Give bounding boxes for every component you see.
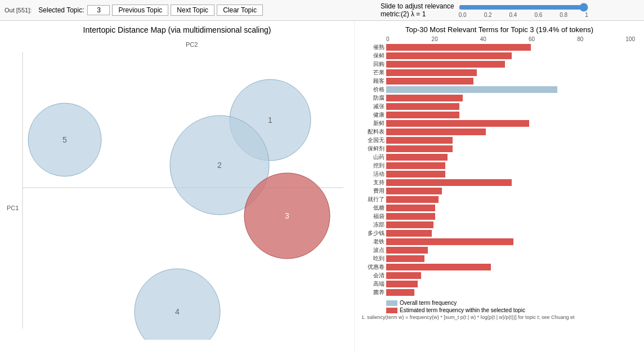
bar-term-label: 吃到 bbox=[357, 255, 386, 263]
bar-estimated bbox=[386, 61, 505, 68]
bar-estimated bbox=[386, 230, 432, 237]
bar-row: 老铁 bbox=[357, 238, 639, 246]
legend-overall-label: Overall term frequency bbox=[400, 300, 457, 306]
bar-term-label: 保鲜剂 bbox=[357, 145, 386, 153]
bar-row: 价格 bbox=[357, 86, 639, 94]
bar-term-label: 健康 bbox=[357, 111, 386, 119]
bar-container bbox=[386, 196, 639, 203]
next-topic-button[interactable]: Next Topic bbox=[171, 5, 214, 16]
selected-topic-input[interactable] bbox=[87, 5, 110, 15]
bar-term-label: 优惠卷 bbox=[357, 263, 386, 271]
bar-estimated bbox=[386, 213, 435, 220]
bar-chart: 催熟保鲜回购芒果顾客价格防腐减张健康新鲜配料表全国无保鲜剂山药挖到活动支持费用就… bbox=[357, 43, 639, 296]
bar-term-label: 波点 bbox=[357, 246, 386, 254]
relevance-slider[interactable] bbox=[459, 3, 588, 12]
bar-container bbox=[386, 238, 639, 245]
bar-term-label: 回购 bbox=[357, 60, 386, 68]
bar-container bbox=[386, 128, 639, 135]
bar-container bbox=[386, 86, 639, 93]
topic-4-circle[interactable] bbox=[135, 269, 220, 340]
bar-container bbox=[386, 112, 639, 118]
bar-estimated bbox=[386, 179, 512, 186]
slider-area: Slide to adjust relevance metric:(2) λ =… bbox=[381, 2, 639, 18]
bar-row: 健康 bbox=[357, 111, 639, 119]
bar-estimated bbox=[386, 247, 428, 254]
pc2-label: PC2 bbox=[186, 41, 198, 48]
bar-container bbox=[386, 95, 639, 101]
legend-estimated-label: Estimated term frequency within the sele… bbox=[400, 307, 525, 313]
bar-row: 催熟 bbox=[357, 43, 639, 51]
bar-estimated bbox=[386, 112, 459, 118]
bar-row: 山药 bbox=[357, 153, 639, 161]
topic-1-label: 1 bbox=[268, 116, 272, 125]
bar-estimated bbox=[386, 255, 424, 262]
bar-row: 防腐 bbox=[357, 94, 639, 102]
bar-container bbox=[386, 289, 639, 296]
bar-row: 吃到 bbox=[357, 255, 639, 263]
bar-estimated bbox=[386, 69, 477, 76]
marginal-label: Marginal topic distribution bbox=[42, 339, 106, 340]
bar-estimated bbox=[386, 103, 459, 110]
bar-row: 波点 bbox=[357, 246, 639, 254]
out-label: Out [551]: bbox=[5, 7, 32, 14]
topic-2-label: 2 bbox=[217, 161, 222, 170]
bar-container bbox=[386, 281, 639, 287]
bar-estimated bbox=[386, 145, 453, 152]
bar-term-label: 福袋 bbox=[357, 212, 386, 220]
legend-estimated-color bbox=[386, 308, 397, 313]
bar-term-label: 保鲜 bbox=[357, 52, 386, 60]
bar-estimated bbox=[386, 78, 473, 85]
selected-topic-label: Selected Topic: bbox=[38, 6, 84, 14]
bar-container bbox=[386, 230, 639, 237]
bar-term-label: 低糖 bbox=[357, 204, 386, 212]
bar-container bbox=[386, 272, 639, 279]
bar-container bbox=[386, 213, 639, 220]
bar-container bbox=[386, 264, 639, 270]
bar-estimated bbox=[386, 154, 448, 161]
bar-container bbox=[386, 69, 639, 76]
bar-term-label: 高端 bbox=[357, 280, 386, 288]
previous-topic-button[interactable]: Previous Topic bbox=[112, 5, 168, 16]
bar-term-label: 配料表 bbox=[357, 128, 386, 136]
bar-row: 新鲜 bbox=[357, 119, 639, 127]
bar-row: 减张 bbox=[357, 103, 639, 110]
bar-term-label: 催熟 bbox=[357, 43, 386, 51]
bar-estimated bbox=[386, 128, 486, 135]
topic-5-label: 5 bbox=[62, 135, 67, 144]
intertopic-map[interactable]: PC2 PC1 5 1 2 bbox=[0, 36, 355, 340]
bar-container bbox=[386, 52, 639, 59]
bar-overall bbox=[386, 86, 557, 93]
bar-row: 多少钱 bbox=[357, 229, 639, 237]
bar-estimated bbox=[386, 272, 421, 279]
bar-row: 配料表 bbox=[357, 128, 639, 136]
bar-row: 低糖 bbox=[357, 204, 639, 212]
bar-estimated bbox=[386, 238, 513, 245]
bar-row: 高端 bbox=[357, 280, 639, 288]
bar-estimated bbox=[386, 289, 414, 296]
bar-term-label: 就行了 bbox=[357, 196, 386, 203]
bar-row: 支持 bbox=[357, 179, 639, 187]
bar-term-label: 冻部 bbox=[357, 221, 386, 229]
chart-x-axis: 020406080100 bbox=[357, 36, 639, 42]
bar-term-label: 减张 bbox=[357, 103, 386, 110]
bar-row: 回购 bbox=[357, 60, 639, 68]
slider-label-top: Slide to adjust relevance bbox=[381, 2, 454, 10]
bar-row: 保鲜剂 bbox=[357, 145, 639, 153]
chart-title: Top-30 Most Relevant Terms for Topic 3 (… bbox=[355, 21, 644, 36]
bar-row: 挖到 bbox=[357, 162, 639, 170]
clear-topic-button[interactable]: Clear Topic bbox=[217, 5, 263, 16]
pc1-label: PC1 bbox=[7, 205, 19, 211]
bar-term-label: 会清 bbox=[357, 272, 386, 279]
bar-term-label: 全国无 bbox=[357, 136, 386, 144]
bar-container bbox=[386, 154, 639, 161]
bar-term-label: 价格 bbox=[357, 86, 386, 94]
bar-container bbox=[386, 205, 639, 211]
bar-term-label: 顾客 bbox=[357, 77, 386, 85]
bar-estimated bbox=[386, 188, 442, 194]
bar-term-label: 防腐 bbox=[357, 94, 386, 102]
bar-estimated bbox=[386, 264, 491, 270]
bar-container bbox=[386, 247, 639, 254]
bar-container bbox=[386, 188, 639, 194]
bar-container bbox=[386, 145, 639, 152]
bar-estimated bbox=[386, 137, 453, 144]
